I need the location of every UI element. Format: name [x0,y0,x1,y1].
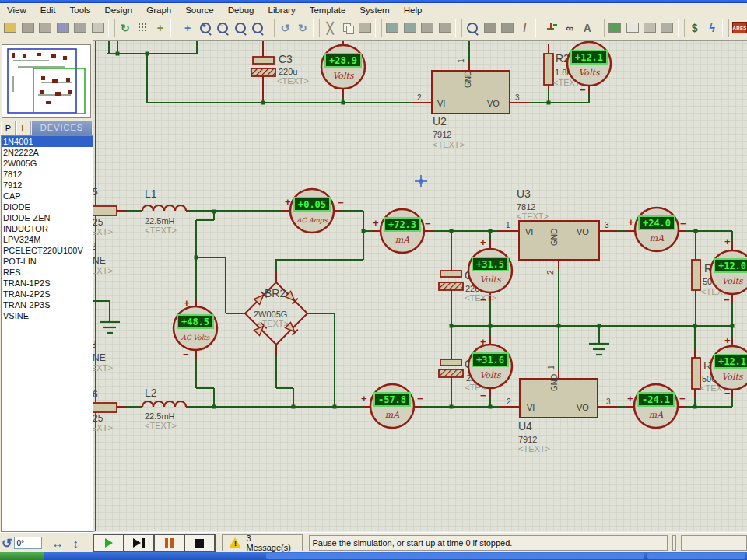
block-copy-icon[interactable] [384,19,401,37]
print-icon[interactable] [72,19,89,37]
meter-ma[interactable]: -57.8mA [370,384,414,428]
menu-item-source[interactable]: Source [178,5,220,16]
taskbar-button[interactable] [266,553,644,559]
undo-icon[interactable]: ↺ [276,19,293,37]
capacitor-polarized-plate[interactable] [439,282,463,290]
resistor[interactable] [93,403,117,412]
capacitor-plate[interactable] [253,57,274,64]
taskbar-button[interactable] [647,553,745,559]
wire-autorouter-icon[interactable] [544,19,561,37]
search-tag-icon[interactable]: ∞ [561,19,578,37]
rotation-angle-input[interactable] [14,537,42,549]
redraw-icon[interactable]: ↻ [117,19,134,37]
resistor[interactable] [692,260,700,290]
device-list-item-lpv324m[interactable]: LPV324M [2,234,93,245]
device-list-item-vsine[interactable]: VSINE [2,310,93,321]
rotate-anticlockwise-icon[interactable]: ↺ [2,536,12,551]
capacitor-polarized-plate[interactable] [251,68,275,76]
new-sheet-icon[interactable] [623,19,640,37]
make-device-icon[interactable] [481,19,498,37]
meter-volts[interactable]: +12.1Volts [567,42,611,86]
start-button-fragment[interactable] [0,552,44,560]
resistor[interactable] [692,358,700,389]
device-list-item-diode[interactable]: DIODE [2,201,93,212]
resistor[interactable] [544,54,553,85]
remove-sheet-icon[interactable] [641,19,658,37]
device-list-item-tran-2p2s[interactable]: TRAN-2P2S [2,289,93,299]
menu-item-help[interactable]: Help [397,5,430,16]
bill-of-materials-icon[interactable]: $ [686,19,703,37]
schematic-overview-preview[interactable] [2,44,91,118]
device-list-item-tran-2p3s[interactable]: TRAN-2P3S [2,299,93,310]
step-button[interactable] [124,534,154,551]
export-icon[interactable] [54,19,71,37]
redo-icon[interactable]: ↻ [294,19,311,37]
meter-ma[interactable]: +72.3mA [381,209,424,253]
menu-item-system[interactable]: System [352,5,396,16]
menu-item-template[interactable]: Template [303,5,353,16]
device-list-item-tran-1p2s[interactable]: TRAN-1P2S [2,278,93,289]
zoom-out-icon[interactable]: − [214,19,231,37]
decompose-icon[interactable]: / [516,19,533,37]
device-list-item-inductor[interactable]: INDUCTOR [2,223,93,234]
meter-volts[interactable]: +12.0Volts [710,250,747,294]
zoom-area-icon[interactable] [249,19,266,37]
device-list-item-2n2222a[interactable]: 2N2222A [2,147,93,158]
packaging-icon[interactable] [499,19,516,37]
goto-sheet-icon[interactable] [658,19,675,37]
device-list-item-7812[interactable]: 7812 [2,169,93,180]
pan-icon[interactable]: + [179,19,196,37]
save-icon[interactable] [19,19,36,37]
device-list-item-2w005g[interactable]: 2W005G [2,158,93,169]
design-explorer-icon[interactable] [606,19,623,37]
cut-icon[interactable]: ╳ [321,19,338,37]
zoom-all-icon[interactable] [231,19,248,37]
capacitor-plate[interactable] [440,271,461,277]
menu-item-tools[interactable]: Tools [63,5,98,16]
meter-ac-amps[interactable]: +0.05AC Amps [290,189,334,233]
meter-ac-volts[interactable]: +48.5AC Volts [174,306,217,350]
block-move-icon[interactable] [402,19,419,37]
ares-netlist-icon[interactable]: ARES [731,19,747,37]
menu-item-design[interactable]: Design [97,5,139,16]
meter-volts[interactable]: +31.5Volts [468,249,512,292]
pick-parts-icon[interactable] [464,19,481,37]
electrical-check-icon[interactable]: ϟ [703,19,721,37]
meter-volts[interactable]: +28.9Volts [321,45,365,89]
mark-output-icon[interactable] [89,19,106,37]
device-list-item-7912[interactable]: 7912 [2,180,93,191]
library-button[interactable]: L [16,121,31,135]
meter-volts[interactable]: +31.6Volts [468,345,512,388]
device-list-item-pcelect220u100v[interactable]: PCELECT220U100V [2,245,93,256]
flip-horizontal-icon[interactable]: ↔ [51,537,63,550]
pause-button[interactable] [154,534,184,551]
menu-item-edit[interactable]: Edit [33,5,63,16]
meter-ma[interactable]: +24.0mA [635,208,679,251]
message-panel[interactable]: ! 3 Message(s) [222,534,302,551]
menu-item-view[interactable]: View [0,5,33,16]
meter-volts[interactable]: +12.1Volts [710,346,747,390]
pick-device-button[interactable]: P [1,121,16,135]
play-button[interactable] [93,534,124,551]
paste-icon[interactable] [356,19,374,37]
menu-item-graph[interactable]: Graph [139,5,178,16]
flip-vertical-icon[interactable]: ↕ [72,537,79,550]
device-list-item-res[interactable]: RES [2,267,93,278]
device-list-item-1n4001[interactable]: 1N4001 [2,136,93,147]
import-icon[interactable] [37,19,54,37]
capacitor-polarized-plate[interactable] [439,369,463,377]
block-delete-icon[interactable] [437,19,454,37]
device-list-item-pot-lin[interactable]: POT-LIN [2,256,93,267]
resistor[interactable] [93,206,117,215]
menu-item-debug[interactable]: Debug [221,5,261,16]
open-icon[interactable] [2,19,19,37]
capacitor-plate[interactable] [440,359,461,366]
zoom-in-icon[interactable]: + [196,19,213,37]
origin-icon[interactable]: + [152,19,169,37]
copy-icon[interactable] [338,19,356,37]
schematic-canvas[interactable]: C3220u<TEXT>U27912<TEXT>R21.8k<TEXT>L122… [93,40,747,531]
device-list-item-diode-zen[interactable]: DIODE-ZEN [2,212,93,223]
grid-toggle-icon[interactable] [134,19,151,37]
device-list-item-cap[interactable]: CAP [2,191,93,201]
stop-button[interactable] [184,534,215,551]
